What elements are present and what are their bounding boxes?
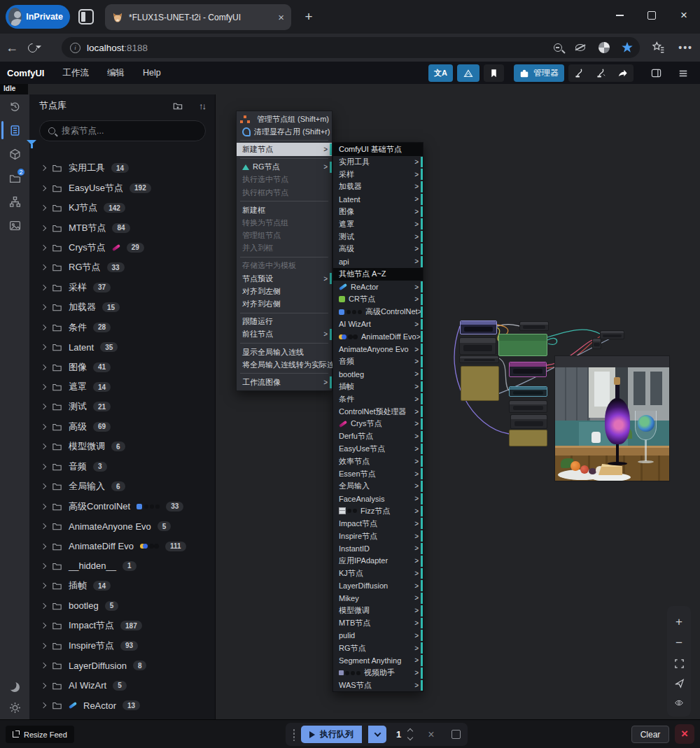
translate-button[interactable]: 文A bbox=[428, 64, 453, 82]
menu-comfyui[interactable]: ComfyUI bbox=[7, 68, 44, 78]
submenu-item[interactable]: Latent > bbox=[333, 193, 423, 206]
node-library-item[interactable]: MTB节点 84 bbox=[29, 218, 215, 237]
vacuum-button-1[interactable] bbox=[568, 64, 590, 82]
context-menu-item[interactable]: 对齐到左侧 > bbox=[237, 285, 332, 297]
submenu-item[interactable]: ComfyUI 基础节点 > bbox=[333, 143, 423, 156]
submenu-item[interactable]: 高级 > bbox=[333, 243, 423, 255]
close-feed-button[interactable]: × bbox=[675, 724, 694, 744]
node-library-item[interactable]: 插帧 14 bbox=[29, 576, 215, 595]
workflow-node[interactable] bbox=[460, 320, 497, 334]
hamburger-menu-button[interactable] bbox=[672, 64, 694, 82]
new-folder-icon[interactable] bbox=[172, 101, 183, 111]
context-menu-item[interactable]: 清理显存占用 (Shift+r) > bbox=[237, 125, 332, 138]
menu-workflow[interactable]: 工作流 bbox=[62, 67, 89, 79]
submenu-item[interactable]: 条件 > bbox=[333, 393, 423, 405]
vacuum-button-2[interactable] bbox=[590, 64, 612, 82]
context-menu-item[interactable]: 转换为节点组 > bbox=[237, 216, 332, 229]
context-menu-item[interactable]: 存储选中为模板 > bbox=[237, 260, 332, 272]
submenu-item[interactable]: KJ节点 > bbox=[333, 567, 423, 580]
workflow-node[interactable] bbox=[461, 366, 499, 401]
rail-node-library-icon[interactable] bbox=[0, 118, 29, 142]
rail-workflows-icon[interactable]: 2 bbox=[0, 166, 29, 190]
node-library-item[interactable]: Crys节点 29 bbox=[29, 238, 215, 257]
workflow-node[interactable] bbox=[509, 430, 547, 446]
workflow-node[interactable] bbox=[509, 400, 547, 413]
submenu-item[interactable]: EasyUse节点 > bbox=[333, 443, 423, 456]
submenu-item[interactable]: MTB节点 > bbox=[333, 617, 423, 630]
workflow-node[interactable] bbox=[498, 334, 547, 356]
batch-count-value[interactable]: 1 bbox=[396, 729, 401, 740]
submenu-item[interactable]: Crys节点 > bbox=[333, 418, 423, 430]
node-library-item[interactable]: EasyUse节点 192 bbox=[29, 178, 215, 197]
rail-node-map-icon[interactable] bbox=[0, 190, 29, 213]
collections-icon[interactable] bbox=[652, 41, 664, 54]
submenu-item[interactable]: LayerDiffusion > bbox=[333, 579, 423, 592]
context-menu-item[interactable]: 新建框 > bbox=[237, 204, 332, 216]
sort-icon[interactable]: ↑↓ bbox=[199, 101, 205, 111]
node-library-item[interactable]: AnimateAnyone Evo 5 bbox=[29, 516, 215, 536]
navigate-button[interactable] bbox=[674, 678, 685, 689]
submenu-item[interactable]: 模型微调 > bbox=[333, 605, 423, 617]
window-maximize-button[interactable] bbox=[636, 0, 668, 31]
submenu-item[interactable]: AI WizArt > bbox=[333, 318, 423, 331]
favorite-star-icon[interactable] bbox=[622, 42, 633, 53]
new-tab-button[interactable]: + bbox=[300, 8, 318, 26]
context-menu-item[interactable]: 工作流图像 > bbox=[237, 376, 332, 388]
zoom-in-button[interactable]: + bbox=[676, 616, 682, 628]
zoom-indicator-icon[interactable] bbox=[554, 43, 562, 52]
rail-gallery-icon[interactable] bbox=[0, 213, 29, 237]
node-library-item[interactable]: RG节点 33 bbox=[29, 257, 215, 277]
submenu-item[interactable]: Impact节点 > bbox=[333, 517, 423, 530]
node-library-item[interactable]: 模型微调 6 bbox=[29, 437, 215, 456]
node-library-item[interactable]: bootleg 5 bbox=[29, 596, 215, 616]
submenu-item[interactable]: 测试 > bbox=[333, 230, 423, 243]
theme-toggle-icon[interactable] bbox=[10, 682, 20, 692]
context-menu-item[interactable]: 前往节点 > bbox=[237, 328, 332, 341]
site-info-icon[interactable]: i bbox=[70, 43, 80, 53]
workflow-node[interactable] bbox=[459, 355, 499, 363]
cancel-run-icon[interactable]: × bbox=[428, 728, 434, 741]
context-menu-item[interactable]: 跟随运行 > bbox=[237, 316, 332, 328]
submenu-item[interactable]: 插帧 > bbox=[333, 381, 423, 393]
submenu-item[interactable]: 实用工具 > bbox=[333, 156, 423, 169]
context-menu-item[interactable]: 新建节点 > bbox=[237, 143, 332, 155]
node-library-item[interactable]: __hidden__ 1 bbox=[29, 556, 215, 576]
submenu-item[interactable]: Derfu节点 > bbox=[333, 430, 423, 443]
queue-mode-dropdown[interactable] bbox=[368, 726, 386, 743]
workflow-graph-button[interactable] bbox=[457, 64, 479, 82]
node-library-item[interactable]: LayerDiffusion 8 bbox=[29, 656, 215, 675]
stop-button[interactable] bbox=[451, 730, 461, 739]
workflow-node[interactable] bbox=[509, 386, 547, 397]
clear-button[interactable]: Clear bbox=[631, 726, 669, 743]
context-menu-item[interactable]: 对齐到右侧 > bbox=[237, 297, 332, 310]
submenu-item[interactable]: 遮罩 > bbox=[333, 218, 423, 230]
tab-close-icon[interactable]: × bbox=[278, 12, 284, 22]
submenu-item[interactable]: Segment Anything > bbox=[333, 654, 423, 667]
submenu-item[interactable]: 图像 > bbox=[333, 206, 423, 218]
filter-funnel-icon[interactable] bbox=[27, 139, 36, 149]
submenu-item[interactable]: 应用IPAdapter > bbox=[333, 555, 423, 567]
submenu-item[interactable]: Fizz节点 > bbox=[333, 505, 423, 518]
context-menu-item[interactable]: 执行框内节点 > bbox=[237, 186, 332, 199]
node-library-item[interactable]: KJ节点 142 bbox=[29, 198, 215, 218]
context-menu-item[interactable]: 显示全局输入连线 > bbox=[237, 346, 332, 358]
share-button[interactable] bbox=[612, 64, 634, 82]
search-input[interactable]: 搜索节点... bbox=[39, 120, 206, 141]
submenu-item[interactable]: 其他节点 A~Z > bbox=[333, 268, 423, 281]
settings-gear-icon[interactable] bbox=[9, 702, 21, 714]
node-library-item[interactable]: 音频 3 bbox=[29, 457, 215, 477]
window-minimize-button[interactable] bbox=[603, 0, 636, 31]
context-menu-item[interactable]: 管理节点组 (Shift+m) > bbox=[237, 113, 332, 125]
submenu-item[interactable]: CR节点 > bbox=[333, 293, 423, 306]
tab-activity-icon[interactable] bbox=[78, 9, 94, 24]
submenu-item[interactable]: Mikey > bbox=[333, 592, 423, 605]
context-menu-item[interactable]: 节点预设 > bbox=[237, 272, 332, 285]
context-menu-item[interactable]: RG节点 > bbox=[237, 161, 332, 174]
run-queue-button[interactable]: 执行队列 bbox=[301, 726, 362, 743]
manager-button[interactable]: 管理器 bbox=[514, 64, 564, 82]
visibility-eye-button[interactable] bbox=[673, 698, 685, 707]
context-menu-item[interactable]: 管理组节点 > bbox=[237, 230, 332, 242]
window-close-button[interactable]: × bbox=[668, 0, 700, 31]
node-library-item[interactable]: Inspire节点 93 bbox=[29, 636, 215, 656]
submenu-item[interactable]: bootleg > bbox=[333, 368, 423, 381]
